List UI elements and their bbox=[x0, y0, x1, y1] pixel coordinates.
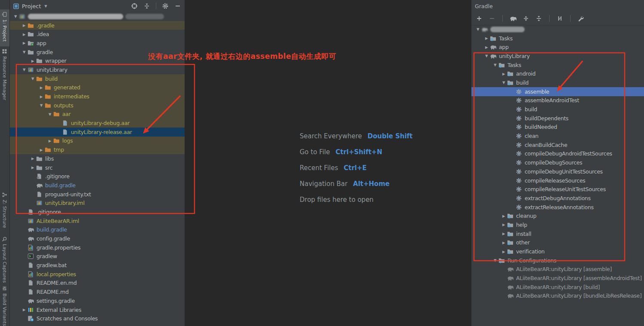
tool-window-tab-1-project[interactable]: 1: Project bbox=[0, 9, 9, 46]
project-tree-item-aar[interactable]: ▼aar bbox=[9, 110, 185, 119]
project-tree-item-readme.md[interactable]: README.md bbox=[9, 287, 185, 296]
chevron-right-icon[interactable]: ▶ bbox=[38, 148, 45, 152]
project-tree-item-tmp[interactable]: ▶tmp bbox=[9, 145, 185, 154]
chevron-right-icon[interactable]: ▶ bbox=[21, 308, 27, 312]
gradle-tree-item-build[interactable]: build bbox=[471, 105, 644, 114]
chevron-right-icon[interactable]: ▶ bbox=[483, 36, 490, 40]
project-tree-item-.gitignore[interactable]: .gitignore bbox=[9, 207, 185, 216]
chevron-down-icon[interactable]: ▼ bbox=[21, 50, 27, 54]
chevron-right-icon[interactable]: ▶ bbox=[29, 165, 36, 170]
project-tree-item-unitylibrary.iml[interactable]: unityLibrary.iml bbox=[9, 198, 185, 207]
gradle-tree-item-tasks[interactable]: ▼Tasks bbox=[471, 61, 644, 70]
chevron-right-icon[interactable]: ▶ bbox=[500, 241, 507, 245]
build-tool-settings-icon[interactable] bbox=[577, 15, 584, 22]
settings-icon[interactable] bbox=[162, 3, 169, 9]
gradle-tree-item-aliitebearar-unitylibrary-build[interactable]: ALiiteBearAR:unityLibrary [build] bbox=[471, 283, 644, 292]
gradle-tree-item-run-configurations[interactable]: ▼Run Configurations bbox=[471, 256, 644, 265]
chevron-down-icon[interactable]: ▼ bbox=[38, 103, 45, 107]
gradle-tree-item-other[interactable]: ▶other bbox=[471, 238, 644, 247]
gradle-tree-item-build[interactable]: ▼build bbox=[471, 78, 644, 87]
chevron-right-icon[interactable]: ▶ bbox=[483, 45, 490, 49]
project-tree-item-libs[interactable]: ▶libs bbox=[9, 154, 185, 163]
gradle-tree-item-unitylibrary[interactable]: ▼unityLibrary bbox=[471, 52, 644, 61]
gradle-tree-item-builddependents[interactable]: buildDependents bbox=[471, 114, 644, 123]
gradle-tree-item-clean[interactable]: clean bbox=[471, 131, 644, 140]
execute-task-icon[interactable] bbox=[556, 15, 563, 22]
tool-window-tab-resource-manager[interactable]: Resource Manager bbox=[0, 46, 9, 103]
chevron-down-icon[interactable]: ▼ bbox=[492, 63, 498, 67]
gradle-tree-item-extractdebugannotations[interactable]: extractDebugAnnotations bbox=[471, 194, 644, 203]
chevron-right-icon[interactable]: ▶ bbox=[46, 139, 53, 143]
gradle-tree-item-compiledebugsources[interactable]: compileDebugSources bbox=[471, 158, 644, 167]
chevron-right-icon[interactable]: ▶ bbox=[500, 222, 507, 227]
gradle-tree-item-aliitebearar-unitylibrary-assemble[interactable]: ALiiteBearAR:unityLibrary [assemble] bbox=[471, 265, 644, 274]
project-tree-item-gradlew.bat[interactable]: gradlew.bat bbox=[9, 261, 185, 270]
project-panel-title[interactable]: Project bbox=[22, 3, 41, 9]
project-tree-item-.gitignore[interactable]: .gitignore bbox=[9, 172, 185, 181]
gradle-tree-item-compilereleasesources[interactable]: compileReleaseSources bbox=[471, 176, 644, 185]
gradle-tree-item-extractreleaseannotations[interactable]: extractReleaseAnnotations bbox=[471, 203, 644, 212]
chevron-right-icon[interactable]: ▶ bbox=[500, 232, 507, 236]
chevron-down-icon[interactable]: ▼ bbox=[44, 4, 47, 8]
chevron-right-icon[interactable]: ▶ bbox=[38, 85, 45, 90]
chevron-right-icon[interactable]: ▶ bbox=[38, 94, 45, 99]
gradle-tree-item-assembleandroidtest[interactable]: assembleAndroidTest bbox=[471, 96, 644, 105]
chevron-down-icon[interactable]: ▼ bbox=[474, 27, 481, 31]
gradle-tree-item-help[interactable]: ▶help bbox=[471, 220, 644, 229]
locate-icon[interactable] bbox=[131, 3, 138, 9]
project-tree-item-.idea[interactable]: ▶.idea bbox=[9, 30, 185, 39]
tool-window-tab-layout-captures[interactable]: Layout Captures bbox=[0, 234, 9, 281]
gradle-tree-item-assemble[interactable]: assemble bbox=[471, 87, 644, 96]
project-tree-item-build[interactable]: ▼build bbox=[9, 74, 185, 83]
tool-window-tab-build-variants[interactable]: Build Variants bbox=[0, 283, 9, 326]
chevron-down-icon[interactable]: ▼ bbox=[29, 76, 36, 81]
gradle-tree-item-app[interactable]: ▶app bbox=[471, 43, 644, 52]
gradle-tree-item-compiledebugandroidtestsources[interactable]: compileDebugAndroidTestSources bbox=[471, 149, 644, 158]
chevron-right-icon[interactable]: ▶ bbox=[21, 32, 27, 37]
remove-icon[interactable] bbox=[489, 15, 495, 22]
gradle-tree-item-compilereleaseunittestsources[interactable]: compileReleaseUnitTestSources bbox=[471, 185, 644, 194]
chevron-right-icon[interactable]: ▶ bbox=[500, 72, 507, 76]
project-tree-item-gradlew[interactable]: gradlew bbox=[9, 252, 185, 261]
gradle-tree-item-cleanbuildcache[interactable]: cleanBuildCache bbox=[471, 140, 644, 149]
chevron-down-icon[interactable]: ▼ bbox=[12, 14, 19, 18]
chevron-down-icon[interactable]: ▼ bbox=[46, 112, 53, 116]
chevron-right-icon[interactable]: ▶ bbox=[21, 41, 27, 45]
gradle-tree-item-cleanup[interactable]: ▶cleanup bbox=[471, 211, 644, 220]
project-tree-item-proguard-unity.txt[interactable]: proguard-unity.txt bbox=[9, 190, 185, 199]
project-tree-item-build.gradle[interactable]: build.gradle bbox=[9, 181, 185, 190]
collapse-all-icon[interactable] bbox=[535, 15, 542, 22]
project-tree-item-readme.en.md[interactable]: README.en.md bbox=[9, 279, 185, 288]
project-tree-item-local.properties[interactable]: local.properties bbox=[9, 270, 185, 279]
expand-all-icon[interactable] bbox=[522, 15, 529, 22]
chevron-down-icon[interactable]: ▼ bbox=[492, 258, 498, 262]
tool-window-tab-z-structure[interactable]: Z: Structure bbox=[0, 190, 9, 229]
project-tree-item-unitylibrary-release.aar[interactable]: unityLibrary-release.aar bbox=[9, 128, 185, 137]
gradle-tree-item-aliitebearar-unitylibrary-bundlelibresrelease[interactable]: ALiiteBearAR:unityLibrary [bundleLibResR… bbox=[471, 292, 644, 301]
gradle-tree-item-root[interactable]: ▼ bbox=[471, 25, 644, 34]
project-tree-item-settings.gradle[interactable]: settings.gradle bbox=[9, 296, 185, 305]
hide-icon[interactable] bbox=[174, 3, 181, 9]
gradle-tree-item-android[interactable]: ▶android bbox=[471, 69, 644, 78]
chevron-down-icon[interactable]: ▼ bbox=[21, 67, 27, 72]
chevron-down-icon[interactable]: ▼ bbox=[500, 80, 507, 85]
project-tree-item-intermediates[interactable]: ▶intermediates bbox=[9, 92, 185, 101]
project-tree-item-external-libraries[interactable]: ▶External Libraries bbox=[9, 305, 185, 314]
chevron-down-icon[interactable]: ▼ bbox=[483, 54, 490, 58]
gradle-tree-item-compiledebugunittestsources[interactable]: compileDebugUnitTestSources bbox=[471, 167, 644, 176]
project-tree-item-gradle[interactable]: ▼gradle bbox=[9, 48, 185, 57]
project-tree-item-root[interactable]: ▼ bbox=[9, 12, 185, 21]
chevron-right-icon[interactable]: ▶ bbox=[29, 59, 36, 63]
project-tree-item-scratches-and-consoles[interactable]: Scratches and Consoles bbox=[9, 314, 185, 323]
project-tree-item-wrapper[interactable]: ▶wrapper bbox=[9, 56, 185, 65]
project-tree-item-gradle.properties[interactable]: gradle.properties bbox=[9, 243, 185, 252]
project-tree-item-generated[interactable]: ▶generated bbox=[9, 83, 185, 92]
project-tree-item-app[interactable]: ▶app bbox=[9, 39, 185, 48]
chevron-right-icon[interactable]: ▶ bbox=[21, 23, 27, 27]
project-tree-item-unitylibrary-debug.aar[interactable]: unityLibrary-debug.aar bbox=[9, 119, 185, 128]
gradle-tree-item-tasks[interactable]: ▶Tasks bbox=[471, 34, 644, 43]
project-tree-item-unitylibrary[interactable]: ▼unityLibrary bbox=[9, 65, 185, 74]
gradle-tree-item-install[interactable]: ▶install bbox=[471, 229, 644, 238]
collapse-all-icon[interactable] bbox=[143, 3, 150, 9]
project-tree-item-.gradle[interactable]: ▶.gradle bbox=[9, 21, 185, 30]
